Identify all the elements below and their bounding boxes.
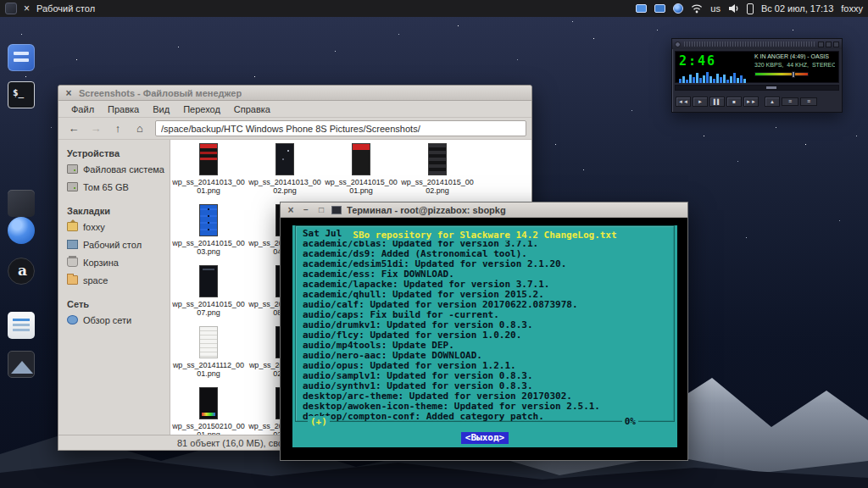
fm-titlebar[interactable]: Screenshots - Файловый менеджер [58,86,531,101]
player-minimize-button[interactable] [818,42,824,47]
volume-slider-thumb[interactable] [792,71,795,78]
file-name: wp_ss_20141015_0002.png [401,178,474,196]
spectrum-analyzer [679,71,747,83]
maximize-icon[interactable] [316,205,326,215]
file-item[interactable]: wp_ss_20141015_0002.png [399,141,476,202]
menu-item[interactable]: Правка [102,103,145,116]
file-thumbnail [352,143,370,175]
menu-item[interactable]: Справка [228,103,276,116]
tray-window-icon[interactable] [636,4,647,13]
stop-button[interactable] [726,97,742,107]
previous-button[interactable] [676,97,691,107]
file-thumbnail [199,143,218,175]
file-item[interactable]: wp_ss_20141013_0002.png [247,141,323,202]
file-thumbnail [428,143,447,175]
panel-clock[interactable]: Вс 02 июл, 17:13 [761,3,833,14]
sidebar-item-device[interactable]: Файловая система [58,160,170,178]
tray-window-icon-2[interactable] [654,4,665,13]
minimize-icon[interactable] [301,205,311,215]
volume-slider[interactable] [754,72,809,76]
audio-player-window: 2:46 K IN ANGER (4:49) - OASIS 320 KBPS,… [671,38,843,113]
panel-app-icon[interactable] [5,3,17,14]
menu-item[interactable]: Переход [177,103,226,116]
play-button[interactable] [693,97,708,107]
file-item[interactable]: wp_ss_20141015_0003.png [170,202,247,263]
player-display: 2:46 K IN ANGER (4:49) - OASIS 320 KBPS,… [675,51,839,83]
seek-slider-thumb[interactable] [765,86,777,90]
playlist-button[interactable] [800,97,817,106]
next-button[interactable] [743,97,759,107]
file-name: wp_ss_20141013_0001.png [172,178,245,196]
sidebar-item-bookmark[interactable]: Корзина [58,253,170,271]
dock-item[interactable] [8,81,35,108]
equalizer-button[interactable] [782,97,798,106]
file-item[interactable]: wp_ss_20141112_0001.png [170,324,247,385]
terminal-screen[interactable]: SBo repository for Slackware 14.2 Change… [281,218,687,460]
eject-button[interactable] [765,97,780,107]
dock-item[interactable] [8,44,35,71]
sbopkg-dialog: SBo repository for Slackware 14.2 Change… [292,225,677,447]
wifi-icon[interactable] [691,4,703,14]
bookmark-icon [67,258,78,267]
sidebar-bookmarks-header: Закладки [58,202,170,218]
file-name: wp_ss_20141013_0002.png [248,178,321,196]
file-name: wp_ss_20141015_0007.png [172,300,245,318]
back-button[interactable] [64,120,84,137]
panel-close-icon[interactable] [24,3,30,14]
player-titlebar[interactable] [672,39,842,49]
bookmark-icon [67,240,78,249]
sidebar-item-network[interactable]: Обзор сети [58,311,170,329]
fm-window-title: Screenshots - Файловый менеджер [79,88,242,98]
keyboard-layout-indicator[interactable]: us [710,3,721,14]
dock-item[interactable] [8,312,35,339]
exit-button[interactable]: <Выход> [461,432,509,444]
sidebar-item-bookmark[interactable]: space [58,271,170,289]
sidebar-item-label: foxxy [83,222,105,232]
active-window-label[interactable]: Рабочий стол [36,3,95,14]
path-input[interactable] [155,120,526,136]
player-shade-button[interactable] [826,42,832,47]
bookmark-icon [67,222,78,231]
forward-button[interactable] [86,120,106,137]
drive-icon [67,182,78,191]
dock-item[interactable] [8,217,35,244]
file-item[interactable]: wp_ss_20141013_0001.png [170,141,247,202]
player-bitrate: 320 KBPS, [754,62,783,68]
fm-menubar: Файл Правка Вид Переход Справка [58,101,531,118]
dock-item[interactable] [8,351,35,378]
file-item[interactable]: wp_ss_20150210_0001.png [170,385,247,435]
dock-item[interactable] [8,190,35,217]
tray-orb-icon[interactable] [673,3,683,14]
device-icon[interactable] [747,3,754,14]
sidebar-item-label: Корзина [83,258,119,268]
sidebar-item-bookmark[interactable]: foxxy [58,218,170,236]
sidebar-item-bookmark[interactable]: Рабочий стол [58,236,170,253]
player-samplerate: 44 KHZ, [787,62,809,68]
sidebar-item-label: Файловая система [83,164,164,175]
dock [0,17,44,488]
file-item[interactable]: wp_ss_20141015_0001.png [323,141,399,202]
volume-icon[interactable] [728,3,739,14]
home-button[interactable] [130,120,150,137]
close-icon[interactable] [64,88,74,98]
player-menu-icon[interactable] [675,42,681,47]
terminal-titlebar[interactable]: Терминал - root@pizzabox: sbopkg [281,202,687,218]
file-thumbnail [199,204,218,236]
drive-icon [67,164,78,174]
file-item[interactable]: wp_ss_20141015_0007.png [170,263,247,324]
sidebar-item-label: Рабочий стол [83,240,142,250]
menu-item[interactable]: Файл [65,103,100,116]
seek-slider[interactable] [675,85,839,91]
player-close-button[interactable] [833,42,839,47]
file-thumbnail [199,326,218,358]
sidebar-item-device[interactable]: Том 65 GB [58,178,170,196]
file-name: wp_ss_20141015_0003.png [172,239,245,257]
close-icon[interactable] [286,205,296,215]
menu-item[interactable]: Вид [147,103,175,116]
up-button[interactable] [108,120,128,137]
dialog-title: SBo repository for Slackware 14.2 Change… [292,225,677,241]
sidebar-item-label: Том 65 GB [83,182,129,192]
pause-button[interactable] [709,97,725,107]
file-thumbnail [199,265,218,297]
dock-item[interactable] [8,258,35,285]
